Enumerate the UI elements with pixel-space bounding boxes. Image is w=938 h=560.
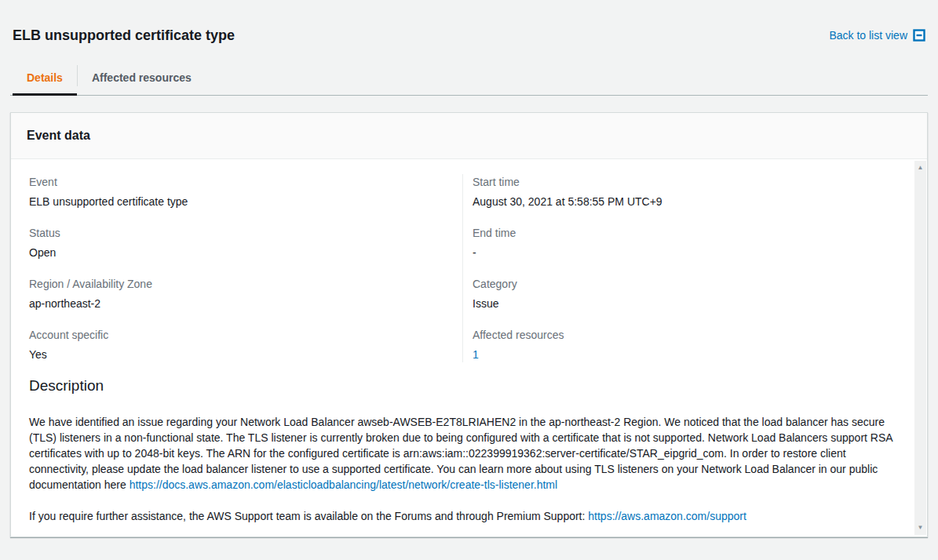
field-account-specific: Account specific Yes: [29, 327, 462, 362]
page-header: ELB unsupported certificate type Back to…: [0, 0, 938, 44]
card-header: Event data: [11, 113, 927, 159]
field-affected-resources: Affected resources 1: [473, 327, 914, 362]
field-status: Status Open: [29, 225, 462, 260]
square-minus-icon[interactable]: [913, 29, 925, 42]
field-start-time: Start time August 30, 2021 at 5:58:55 PM…: [473, 174, 914, 209]
field-region-az: Region / Availability Zone ap-northeast-…: [29, 276, 462, 311]
tab-bar: Details Affected resources: [10, 64, 928, 96]
field-value: ap-northeast-2: [29, 296, 462, 311]
scroll-up-icon[interactable]: ▲: [918, 165, 924, 171]
field-label: Account specific: [29, 327, 462, 343]
description-heading: Description: [29, 376, 896, 395]
affected-resources-count-link[interactable]: 1: [473, 348, 479, 361]
description-paragraph-1: We have identified an issue regarding yo…: [29, 414, 896, 493]
field-event: Event ELB unsupported certificate type: [29, 174, 462, 209]
scroll-down-icon[interactable]: ▼: [918, 525, 924, 531]
field-value: August 30, 2021 at 5:58:55 PM UTC+9: [473, 194, 914, 209]
event-data-card: Event data Event ELB unsupported certifi…: [10, 112, 928, 537]
field-value: Issue: [473, 296, 914, 311]
tab-details[interactable]: Details: [13, 64, 77, 96]
card-title: Event data: [27, 128, 911, 144]
page-title: ELB unsupported certificate type: [13, 27, 235, 44]
event-fields: Event ELB unsupported certificate type S…: [11, 159, 914, 367]
back-to-list-label: Back to list view: [829, 29, 907, 42]
field-label: Region / Availability Zone: [29, 276, 462, 292]
vertical-scrollbar[interactable]: ▲ ▼: [914, 161, 926, 535]
tab-affected-resources[interactable]: Affected resources: [78, 64, 206, 96]
field-category: Category Issue: [473, 276, 914, 311]
card-body: Event ELB unsupported certificate type S…: [11, 159, 927, 536]
field-label: Event: [29, 174, 462, 190]
field-value: -: [473, 245, 914, 260]
field-label: Start time: [473, 174, 914, 190]
documentation-link[interactable]: https://docs.aws.amazon.com/elasticloadb…: [130, 478, 557, 491]
field-label: End time: [473, 225, 914, 241]
support-text: If you require further assistance, the A…: [29, 510, 588, 522]
field-label: Affected resources: [473, 327, 914, 343]
fields-column-right: Start time August 30, 2021 at 5:58:55 PM…: [462, 174, 914, 362]
description-section: Description We have identified an issue …: [11, 367, 914, 524]
field-value: Yes: [29, 347, 462, 362]
field-value: Open: [29, 245, 462, 260]
support-link[interactable]: https://aws.amazon.com/support: [588, 510, 746, 522]
fields-column-left: Event ELB unsupported certificate type S…: [11, 174, 462, 362]
field-end-time: End time -: [473, 225, 914, 260]
field-label: Category: [473, 276, 914, 292]
field-label: Status: [29, 225, 462, 241]
field-value: ELB unsupported certificate type: [29, 194, 462, 209]
description-paragraph-2: If you require further assistance, the A…: [29, 508, 896, 524]
back-to-list-link[interactable]: Back to list view: [829, 29, 925, 42]
